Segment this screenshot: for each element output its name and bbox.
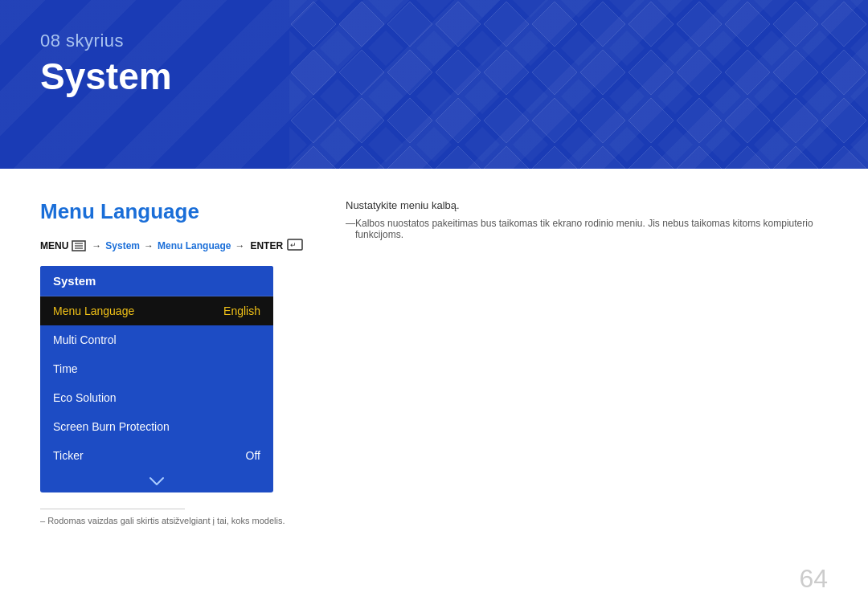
diamond-grid [289, 0, 868, 169]
menu-item-label-multi-control: Multi Control [53, 333, 117, 346]
description-area: Nustatykite meniu kalbą. Kalbos nuostato… [346, 199, 828, 240]
menu-item-value-menu-language: English [223, 304, 260, 317]
menu-item-menu-language[interactable]: Menu Language English [40, 296, 273, 325]
nav-enter-label: ENTER [250, 240, 283, 251]
description-main: Nustatykite meniu kalbą. [346, 199, 828, 211]
page-number: 64 [799, 564, 828, 594]
menu-item-label-eco-solution: Eco Solution [53, 391, 117, 404]
nav-arrow-1: → [92, 240, 101, 251]
nav-arrow-2: → [144, 240, 154, 251]
nav-enter-icon: ↵ [287, 239, 303, 253]
menu-panel: System Menu Language English Multi Contr… [40, 266, 273, 492]
nav-arrow-3: → [235, 240, 244, 251]
nav-system: System [105, 240, 140, 251]
menu-item-multi-control[interactable]: Multi Control [40, 325, 273, 354]
header-title: System [40, 55, 172, 98]
menu-item-screen-burn[interactable]: Screen Burn Protection [40, 412, 273, 441]
svg-rect-4 [289, 0, 868, 169]
menu-item-eco-solution[interactable]: Eco Solution [40, 383, 273, 412]
footnote-text: – Rodomas vaizdas gali skirtis atsižvelg… [40, 516, 828, 525]
header-banner: 08 skyrius System [0, 0, 868, 169]
menu-item-time[interactable]: Time [40, 354, 273, 383]
menu-item-label-screen-burn: Screen Burn Protection [53, 420, 170, 433]
header-subtitle: 08 skyrius [40, 31, 172, 51]
svg-text:↵: ↵ [290, 241, 297, 249]
menu-item-label-time: Time [53, 362, 78, 375]
menu-item-label-ticker: Ticker [53, 449, 84, 462]
footnote-divider [40, 509, 185, 509]
description-note: Kalbos nuostatos pakeitimas bus taikomas… [346, 218, 828, 240]
menu-panel-header: System [40, 266, 273, 296]
menu-item-label-menu-language: Menu Language [53, 304, 134, 317]
menu-item-value-ticker: Off [246, 449, 260, 462]
nav-path: MENU → System → Menu Language → ENTER ↵ [40, 239, 828, 253]
nav-menu-icon [72, 240, 86, 251]
nav-menu-language: Menu Language [158, 240, 231, 251]
header-text: 08 skyrius System [40, 31, 172, 98]
main-content: Menu Language Nustatykite meniu kalbą. K… [0, 169, 868, 550]
nav-menu-label: MENU [40, 240, 68, 251]
menu-chevron-down[interactable] [40, 470, 273, 492]
menu-item-ticker[interactable]: Ticker Off [40, 441, 273, 470]
